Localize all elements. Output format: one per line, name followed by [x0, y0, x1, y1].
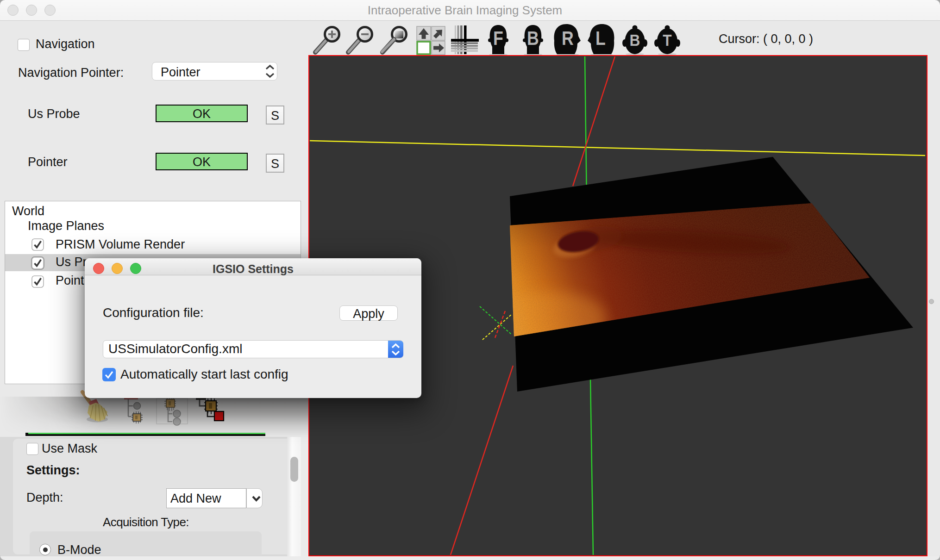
- svg-text:B: B: [527, 27, 539, 49]
- svg-text:R: R: [562, 27, 574, 49]
- svg-text:L: L: [595, 27, 606, 49]
- svg-text:B: B: [630, 31, 640, 49]
- svg-text:T: T: [663, 31, 672, 49]
- svg-text:F: F: [493, 27, 503, 49]
